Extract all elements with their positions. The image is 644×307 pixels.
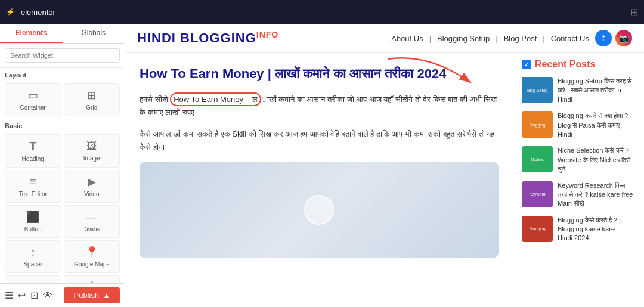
article-area: How To Earn Money | लाखों कमाने का आसान … (125, 53, 513, 269)
page-wrapper: HINDI BLOGGINGINFO About Us | Blogging S… (125, 24, 644, 307)
elementor-logo-icon: ⚡ (6, 8, 15, 16)
recent-post-text: Blogging Setup किस तरह से करे | सबसे आसा… (558, 77, 636, 104)
recent-posts-header: ✓ Recent Posts (522, 59, 636, 70)
facebook-icon[interactable]: f (595, 30, 612, 46)
content-area: HINDI BLOGGINGINFO About Us | Blogging S… (125, 24, 644, 307)
article-intro: हमसे सीखे How To Earn Money – लाखों कमान… (140, 93, 499, 119)
widget-text-editor[interactable]: ≡ Text Editor (5, 170, 61, 203)
recent-posts-list: Blog Setup Blogging Setup किस तरह से करे… (522, 77, 636, 243)
widget-button[interactable]: ⬛ Button (5, 205, 61, 238)
recent-post-item[interactable]: Blogging Blogging करने से क्या होगा ? Bl… (522, 111, 636, 139)
widget-wpforms[interactable]: 📋 WPForms (64, 275, 120, 283)
widget-grid[interactable]: ⊞ Grid (64, 83, 120, 116)
widget-google-maps-label: Google Maps (74, 261, 109, 268)
recent-posts-title-text: Recent Posts (535, 59, 595, 70)
grid-widget-icon: ⊞ (87, 89, 96, 102)
sidebar-search-area (0, 44, 125, 68)
widget-video-label: Video (84, 191, 99, 197)
layout-widgets-grid: ▭ Container ⊞ Grid (0, 81, 125, 119)
recent-post-text: Blogging कैसे करते है ? | Blogging kaise… (558, 216, 636, 243)
intro-before: हमसे सीखे (140, 95, 170, 104)
intro-highlight: How To Earn Money – ल (170, 92, 261, 106)
text-editor-icon: ≡ (30, 176, 36, 188)
nav-contact-us[interactable]: Contact Us (549, 34, 592, 43)
widget-image[interactable]: 🖼 Image (64, 134, 120, 168)
tab-globals[interactable]: Globals (63, 24, 125, 43)
recent-post-item[interactable]: Blogging Blogging कैसे करते है ? | Blogg… (522, 216, 636, 243)
widget-spacer-label: Spacer (23, 261, 42, 268)
basic-widgets-grid: T Heading 🖼 Image ≡ Text Editor ▶ Video … (0, 132, 125, 283)
widget-divider[interactable]: — Divider (64, 205, 120, 238)
elementor-title: elementor (21, 8, 55, 17)
google-maps-icon: 📍 (85, 246, 98, 259)
publish-button[interactable]: Publish ▲ (64, 287, 120, 303)
widget-video[interactable]: ▶ Video (64, 170, 120, 203)
nav-blog-post[interactable]: Blog Post (501, 34, 540, 43)
widget-text-editor-label: Text Editor (19, 191, 47, 197)
nav-sep-2: | (496, 34, 497, 43)
widget-google-maps[interactable]: 📍 Google Maps (64, 240, 120, 273)
main-content: How To Earn Money | लाखों कमाने का आसान … (125, 53, 644, 269)
widget-grid-label: Grid (86, 104, 97, 111)
recent-post-text: Blogging करने से क्या होगा ? Blog से Pai… (558, 111, 636, 139)
instagram-icon[interactable]: 📷 (615, 30, 632, 46)
widget-container[interactable]: ▭ Container (5, 83, 61, 116)
button-icon: ⬛ (26, 210, 39, 224)
article-image-placeholder (140, 162, 499, 258)
widget-button-label: Button (24, 226, 42, 232)
site-logo-suffix: INFO (256, 30, 278, 39)
site-logo: HINDI BLOGGINGINFO (137, 30, 278, 46)
tab-elements[interactable]: Elements (0, 24, 63, 43)
main-layout: Elements Globals Layout ▭ Container ⊞ Gr… (0, 24, 644, 307)
recent-post-item[interactable]: Blog Setup Blogging Setup किस तरह से करे… (522, 77, 636, 104)
sidebar-left: Elements Globals Layout ▭ Container ⊞ Gr… (0, 24, 125, 307)
nav-sep-1: | (429, 34, 431, 43)
widget-icon[interactable]: ✦ Icon (5, 275, 61, 283)
image-icon: 🖼 (86, 140, 97, 153)
nav-blogging-setup[interactable]: Blogging Setup (435, 34, 492, 43)
grid-icon[interactable]: ⊞ (630, 7, 638, 18)
bottom-bar: ☰ ↩ ⊡ 👁 Publish ▲ (0, 283, 125, 307)
site-nav: About Us | Blogging Setup | Blog Post | … (389, 30, 632, 46)
publish-label: Publish (73, 291, 99, 300)
recent-post-thumb: Keyword (522, 181, 553, 207)
recent-post-thumb: Blogging (522, 216, 553, 242)
widget-spacer[interactable]: ↕ Spacer (5, 240, 61, 273)
widget-divider-label: Divider (82, 226, 101, 232)
recent-post-thumb: Niches (522, 146, 553, 172)
sidebar-right: ✓ Recent Posts Blog Setup Blogging Setup… (513, 53, 644, 269)
hamburger-icon[interactable]: ☰ (5, 290, 13, 301)
placeholder-circle (304, 195, 334, 225)
article-para: कैसे आप लाखों कमा सकते है एक Skill को सि… (140, 128, 499, 154)
chevron-up-icon: ▲ (103, 291, 110, 300)
video-icon: ▶ (88, 175, 96, 188)
widget-container-label: Container (20, 104, 46, 111)
social-icons: f 📷 (595, 30, 632, 46)
container-icon: ▭ (28, 89, 38, 102)
spacer-icon: ↕ (30, 246, 36, 259)
recent-post-thumb: Blogging (522, 111, 553, 138)
nav-sep-3: | (543, 34, 544, 43)
recent-post-text: Niche Selection कैसे करे ? Website के लि… (558, 146, 636, 173)
preview-icon[interactable]: 👁 (43, 290, 52, 301)
top-bar-left: ⚡ elementor (6, 8, 55, 17)
divider-icon: — (86, 211, 97, 224)
widget-image-label: Image (83, 155, 100, 162)
section-basic-title: Basic (0, 119, 125, 132)
widget-heading-label: Heading (22, 156, 44, 162)
history-icon[interactable]: ↩ (18, 290, 26, 301)
recent-post-item[interactable]: Keyword Keyword Research किस तरह से करे … (522, 181, 636, 209)
widget-heading[interactable]: T Heading (5, 134, 61, 168)
checkbox-icon: ✓ (522, 60, 531, 69)
nav-about-us[interactable]: About Us (389, 34, 425, 43)
site-logo-text: HINDI BLOGGING (137, 31, 256, 46)
recent-post-item[interactable]: Niches Niche Selection कैसे करे ? Websit… (522, 146, 636, 173)
recent-post-text: Keyword Research किस तरह से करे ? kaise … (558, 181, 636, 209)
search-input[interactable] (5, 48, 120, 63)
site-header: HINDI BLOGGINGINFO About Us | Blogging S… (125, 24, 644, 53)
heading-icon: T (29, 139, 36, 153)
sidebar-tabs: Elements Globals (0, 24, 125, 44)
bottom-icons: ☰ ↩ ⊡ 👁 (5, 290, 52, 301)
recent-post-thumb: Blog Setup (522, 77, 553, 103)
responsive-icon[interactable]: ⊡ (30, 290, 38, 301)
